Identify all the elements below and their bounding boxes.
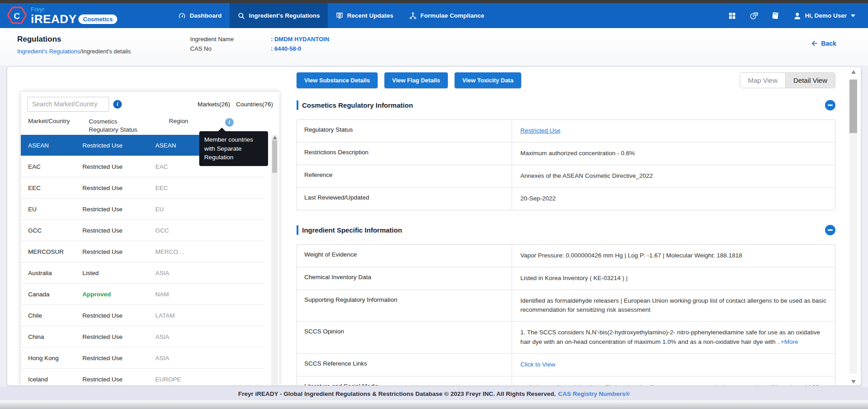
- section-accent-bar: [297, 225, 298, 235]
- footer-text: Freyr iREADY - Global Ingredient Regulat…: [238, 390, 556, 397]
- status-cell: Approved: [82, 291, 155, 298]
- status-cell: Restricted Use: [82, 163, 155, 170]
- market-cell: Chile: [21, 312, 82, 319]
- table-row-gcc[interactable]: GCCRestricted UseGCC: [21, 220, 264, 241]
- page-subheader: Regulations Ingredient's Regulations/Ing…: [0, 28, 868, 66]
- scrollbar-thumb[interactable]: [849, 80, 857, 133]
- table-row: Chemical Inventory Data Listed in Korea …: [297, 267, 835, 290]
- nav-item-recent-updates[interactable]: Recent Updates: [328, 3, 401, 28]
- presentation-clock-icon: [336, 12, 344, 20]
- more-link[interactable]: ..+More: [777, 338, 798, 345]
- market-cell: EAC: [21, 163, 82, 170]
- search-icon: [237, 12, 245, 20]
- view-flag-details-button[interactable]: View Flag Details: [384, 72, 448, 88]
- table-row-china[interactable]: ChinaRestricted UseASIA: [21, 326, 264, 347]
- view-toxicity-data-button[interactable]: View Toxicity Data: [455, 72, 521, 88]
- region-cell: ASIA: [155, 270, 169, 276]
- row-label: Literature and Social Media: [297, 376, 512, 385]
- window-top-strip: [0, 0, 868, 3]
- market-table-scrollbar[interactable]: [271, 135, 278, 385]
- status-cell: Restricted Use: [82, 206, 155, 213]
- breadcrumb-link-ingredients-regulations[interactable]: Ingredient's Regulations: [17, 48, 80, 55]
- nav-item-label: Ingredient's Regulations: [249, 12, 320, 19]
- market-cell: China: [21, 333, 82, 340]
- row-label: SCCS Reference Links: [297, 354, 512, 376]
- nav-item-formulae-compliance[interactable]: Formulae Compliance: [401, 3, 492, 28]
- search-input[interactable]: [27, 97, 109, 112]
- nav-item-ingredients-regulations[interactable]: Ingredient's Regulations: [230, 3, 328, 28]
- detail-view-tab[interactable]: Detail View: [785, 73, 835, 88]
- svg-text:c: c: [18, 11, 20, 16]
- table-row-eec[interactable]: EECRestricted UseEEC: [21, 177, 264, 199]
- card-scrollbar[interactable]: [849, 69, 858, 384]
- market-cell: EU: [21, 206, 82, 213]
- view-substance-details-button[interactable]: View Substance Details: [297, 72, 378, 88]
- page-title: Regulations: [17, 35, 61, 44]
- status-cell: Restricted Use: [82, 227, 155, 234]
- region-cell: MERCO…: [155, 248, 184, 255]
- ingredient-specific-info-header: Ingredient Specific Information: [297, 225, 835, 235]
- literature-link[interactable]: A class action suit has been filed again…: [528, 384, 821, 385]
- status-cell: Listed: [82, 270, 155, 276]
- table-row: Restrictions Description Maximum authori…: [297, 143, 835, 165]
- collapse-section-icon[interactable]: [825, 100, 835, 110]
- status-cell: Restricted Use: [82, 333, 155, 340]
- scroll-up-icon[interactable]: [273, 136, 277, 139]
- map-view-tab[interactable]: Map View: [740, 73, 786, 88]
- status-cell: Restricted Use: [82, 355, 155, 361]
- table-row: Last Reviewed/Updated 20-Sep-2022: [297, 188, 835, 210]
- brand-logo[interactable]: C c Freyr iREADY Cosmetics: [0, 3, 149, 28]
- scroll-down-icon[interactable]: [851, 380, 856, 384]
- brand-freyr-text: Freyr: [31, 6, 117, 12]
- cas-registry-link[interactable]: CAS Registry Numbers®: [558, 390, 630, 397]
- region-cell: GCC: [155, 227, 169, 234]
- region-cell: LATAM: [155, 312, 175, 319]
- region-cell: EAC: [155, 163, 168, 170]
- market-cell: Hong Kong: [21, 355, 82, 361]
- content-area: i Markets(26) Countries(76) Market/Count…: [0, 66, 868, 387]
- back-button[interactable]: Back: [810, 39, 836, 48]
- table-row-iceland[interactable]: IcelandRestricted UseEUROPE: [21, 369, 264, 385]
- guide-book-icon[interactable]: [771, 11, 780, 20]
- view-toggle: Map View Detail View: [740, 72, 835, 88]
- ingredient-summary: Ingredient Name : DMDM HYDANTOIN CAS No …: [190, 36, 329, 52]
- table-row-canada[interactable]: CanadaApprovedNAM: [21, 284, 264, 305]
- column-cosmetics-regulatory-status: Cosmetics Regulatory Status: [89, 118, 143, 134]
- search-info-icon[interactable]: i: [113, 100, 122, 109]
- table-row-mercosur[interactable]: MERCOSURRestricted UseMERCO…: [21, 241, 264, 262]
- regulatory-status-link[interactable]: Restricted Use: [520, 127, 561, 134]
- page-bottom-fade: [0, 400, 868, 409]
- market-cell: GCC: [21, 227, 82, 234]
- dashboard-gauge-icon: [178, 12, 186, 20]
- market-cell: EEC: [21, 185, 82, 191]
- row-value: Listed in Korea Inventory ( KE-03214 ) |: [512, 267, 835, 290]
- cas-no-label: CAS No: [190, 45, 271, 52]
- section-title: Ingredient Specific Information: [302, 226, 402, 234]
- market-cell: Canada: [21, 291, 82, 298]
- history-mail-icon[interactable]: [749, 11, 758, 20]
- footer: Freyr iREADY - Global Ingredient Regulat…: [0, 387, 868, 400]
- apps-grid-icon[interactable]: [728, 11, 737, 20]
- region-cell: NAM: [155, 291, 169, 298]
- freyr-logo-icon: C c: [6, 5, 27, 26]
- table-row-australia[interactable]: AustraliaListedASIA: [21, 262, 264, 284]
- nav-item-dashboard[interactable]: Dashboard: [170, 3, 230, 28]
- row-label: SCCS Opinion: [297, 322, 512, 353]
- row-label: Supporting Regulatory Information: [297, 290, 512, 322]
- scrollbar-thumb[interactable]: [272, 140, 277, 173]
- scroll-up-icon[interactable]: [851, 70, 856, 74]
- column-market-country: Market/Country: [28, 118, 70, 124]
- top-navbar: C c Freyr iREADY Cosmetics Dashboard Ing…: [0, 3, 868, 28]
- region-cell: ASEAN: [155, 142, 176, 149]
- collapse-section-icon[interactable]: [825, 225, 835, 235]
- table-row-chile[interactable]: ChileRestricted UseLATAM: [21, 305, 264, 326]
- content-card: i Markets(26) Countries(76) Market/Count…: [7, 67, 861, 385]
- click-to-view-link[interactable]: Click to View: [520, 361, 555, 368]
- ingredient-name-value: : DMDM HYDANTOIN: [271, 36, 329, 43]
- user-menu[interactable]: Hi, Demo User: [793, 11, 855, 20]
- table-row-eu[interactable]: EURestricted UseEU: [21, 199, 264, 220]
- table-row-hong-kong[interactable]: Hong KongRestricted UseASIA: [21, 347, 264, 369]
- literature-links-list: A class action suit has been filed again…: [528, 383, 827, 385]
- region-info-icon[interactable]: i: [225, 118, 234, 127]
- brand-product-badge: Cosmetics: [78, 14, 117, 24]
